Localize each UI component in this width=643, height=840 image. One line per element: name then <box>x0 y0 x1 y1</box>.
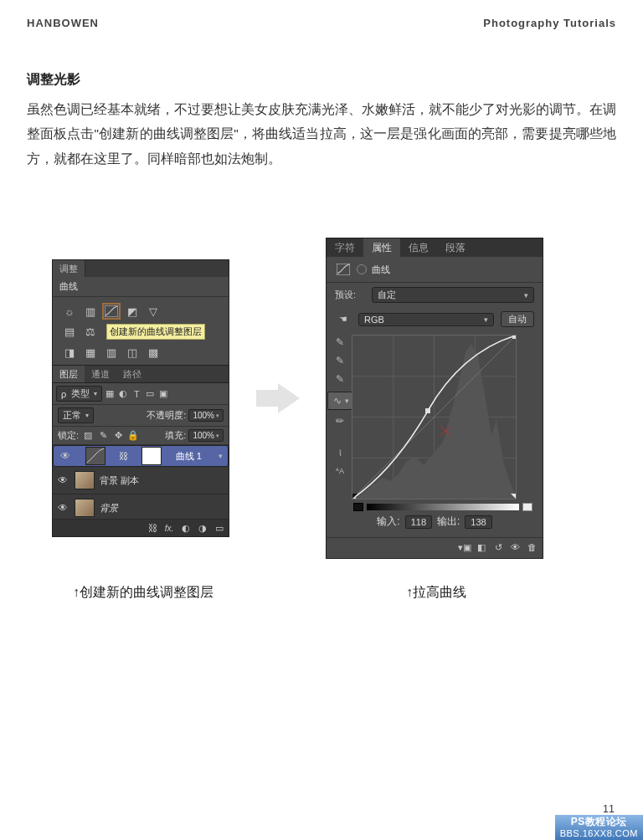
channel-row: ☚ RGB 自动 <box>327 307 543 331</box>
white-point-eyedropper-icon[interactable]: ✎ <box>333 373 347 387</box>
svg-marker-1 <box>256 383 300 413</box>
curves-adjust-icon <box>335 262 352 277</box>
lock-all-icon[interactable]: 🔒 <box>127 430 139 442</box>
mask-indicator-icon <box>357 264 367 274</box>
hand-tool-icon[interactable]: ☚ <box>335 314 352 325</box>
black-point-eyedropper-icon[interactable]: ✎ <box>333 336 347 350</box>
clip-to-layer-icon[interactable]: ▾▣ <box>459 541 471 553</box>
curves-icon[interactable] <box>103 304 120 319</box>
curve-side-tools: ✎ ✎ ✎ ∿ ✏ ⌇ ᴬA <box>332 335 348 499</box>
filter-smart-icon[interactable]: ▣ <box>157 388 169 400</box>
vibrance-icon[interactable]: ▤ <box>61 325 78 340</box>
curves-properties-panel: 字符 属性 信息 段落 曲线 预设: 自定 ☚ RGB 自动 <box>326 238 543 559</box>
fill-value[interactable]: 100% <box>188 429 224 442</box>
layer-row[interactable]: 👁 背景 <box>53 494 229 520</box>
brightness-contrast-icon[interactable]: ☼ <box>61 304 78 319</box>
visibility-icon[interactable]: 👁 <box>59 450 72 462</box>
opacity-value[interactable]: 100% <box>188 409 224 422</box>
blend-mode-select[interactable]: 正常 <box>58 407 94 423</box>
new-adjustment-icon[interactable]: ◑ <box>197 522 208 534</box>
adjust-panel-tabs: 调整 <box>53 260 229 277</box>
curve-graph[interactable] <box>352 335 517 499</box>
page-header: HANBOWEN Photography Tutorials <box>27 17 616 29</box>
exposure-icon[interactable]: ◩ <box>124 304 141 319</box>
tab-channels[interactable]: 通道 <box>85 366 116 382</box>
gray-point-eyedropper-icon[interactable]: ✎ <box>333 355 347 368</box>
typography-icon[interactable]: ᴬA <box>333 467 347 480</box>
preset-label: 预设: <box>335 289 367 301</box>
link-layers-icon[interactable]: ⛓ <box>147 522 158 534</box>
input-value[interactable]: 118 <box>405 515 432 529</box>
layer-name: 背景 <box>100 502 118 515</box>
reset-icon[interactable]: ↺ <box>492 541 504 553</box>
watermark-line2: BBS.16XX8.COM <box>560 828 638 839</box>
auto-button[interactable]: 自动 <box>501 311 534 327</box>
header-right: Photography Tutorials <box>483 17 616 29</box>
preset-select[interactable]: 自定 <box>372 287 534 303</box>
tab-layers[interactable]: 图层 <box>53 366 85 382</box>
lock-position-icon[interactable]: ✥ <box>112 430 124 442</box>
adjustment-icon-grid: ☼ ▥ ◩ ▽ ▤ ⚖ 创建新的曲线调整图层 ◨ ▦ ▥ <box>53 297 229 365</box>
posterize-icon[interactable]: ▦ <box>82 345 99 360</box>
layer-row[interactable]: 👁 背景 副本 <box>53 467 229 494</box>
visibility-icon[interactable]: 👁 <box>56 474 69 486</box>
gradient-map-icon[interactable]: ◫ <box>124 345 141 360</box>
tab-character[interactable]: 字符 <box>327 238 363 257</box>
layer-filter-type[interactable]: ρ 类型 <box>56 386 102 402</box>
svg-rect-12 <box>425 408 430 413</box>
tab-info[interactable]: 信息 <box>400 238 437 257</box>
lock-pixels-icon[interactable]: ✎ <box>97 430 109 442</box>
fx-icon[interactable]: fx. <box>163 522 175 534</box>
lock-transparent-icon[interactable]: ▨ <box>82 430 94 442</box>
layers-bottom-bar: ⛓ fx. ◐ ◑ ▭ <box>53 520 229 536</box>
preset-row: 预设: 自定 <box>327 283 543 307</box>
output-label: 输出: <box>437 515 460 529</box>
visibility-icon[interactable]: 👁 <box>56 502 69 514</box>
blend-opacity-row: 正常 不透明度: 100% <box>53 405 229 427</box>
output-value[interactable]: 138 <box>465 515 491 529</box>
black-swatch-icon <box>353 503 363 511</box>
adjustments-layers-panel: 调整 曲线 ☼ ▥ ◩ ▽ ▤ ⚖ 创建新的曲线调整图层 <box>52 259 229 537</box>
levels-icon[interactable]: ▥ <box>82 304 99 319</box>
mask-icon[interactable]: ◐ <box>180 522 192 534</box>
header-left: HANBOWEN <box>27 17 99 29</box>
layer-thumb <box>75 471 95 489</box>
fill-label: 填充: <box>165 429 186 442</box>
threshold-icon[interactable]: ▥ <box>103 345 120 360</box>
figure-captions: ↑创建新的曲线调整图层 ↑拉高曲线 <box>27 584 616 602</box>
smooth-icon[interactable]: ⌇ <box>333 448 347 462</box>
layer-mask-thumb <box>141 447 162 465</box>
icon-triangle[interactable]: ▽ <box>145 304 162 319</box>
selective-color-icon[interactable]: ▩ <box>145 345 162 360</box>
page-number: 11 <box>603 803 615 815</box>
toggle-visibility-icon[interactable]: 👁 <box>509 541 521 553</box>
delete-icon[interactable]: 🗑 <box>526 541 538 553</box>
input-output-row: 输入: 118 输出: 138 <box>327 511 543 535</box>
view-previous-icon[interactable]: ◧ <box>476 541 487 553</box>
curve-editor: ✎ ✎ ✎ ∿ ✏ ⌇ ᴬA <box>327 331 543 503</box>
filter-adjust-icon[interactable]: ◐ <box>117 388 129 400</box>
filter-pixel-icon[interactable]: ▦ <box>104 388 116 400</box>
invert-icon[interactable]: ◨ <box>61 345 78 360</box>
tab-properties[interactable]: 属性 <box>363 238 400 257</box>
layer-thumb <box>85 447 105 465</box>
tab-adjustments[interactable]: 调整 <box>53 260 85 277</box>
layer-name: 背景 副本 <box>100 474 139 487</box>
new-group-icon[interactable]: ▭ <box>213 522 225 534</box>
arrow-icon <box>255 377 301 419</box>
tab-paths[interactable]: 路径 <box>116 366 148 382</box>
color-balance-icon[interactable]: ⚖ <box>82 325 99 340</box>
filter-type-icon[interactable]: T <box>131 388 142 400</box>
tab-paragraph[interactable]: 段落 <box>437 238 474 257</box>
adjust-type-label: 曲线 <box>53 277 229 297</box>
channel-select[interactable]: RGB <box>358 313 494 326</box>
curve-point-tool-icon[interactable]: ∿ <box>327 392 352 410</box>
curve-pencil-tool-icon[interactable]: ✏ <box>333 415 347 428</box>
input-label: 输入: <box>377 515 399 529</box>
properties-header: 曲线 <box>327 257 543 283</box>
white-swatch-icon <box>522 503 532 511</box>
properties-tabs: 字符 属性 信息 段落 <box>327 238 543 257</box>
layer-row[interactable]: 👁 ⛓ 曲线 1 <box>53 445 229 467</box>
filter-shape-icon[interactable]: ▭ <box>144 388 156 400</box>
layer-name: 曲线 1 <box>176 450 202 463</box>
